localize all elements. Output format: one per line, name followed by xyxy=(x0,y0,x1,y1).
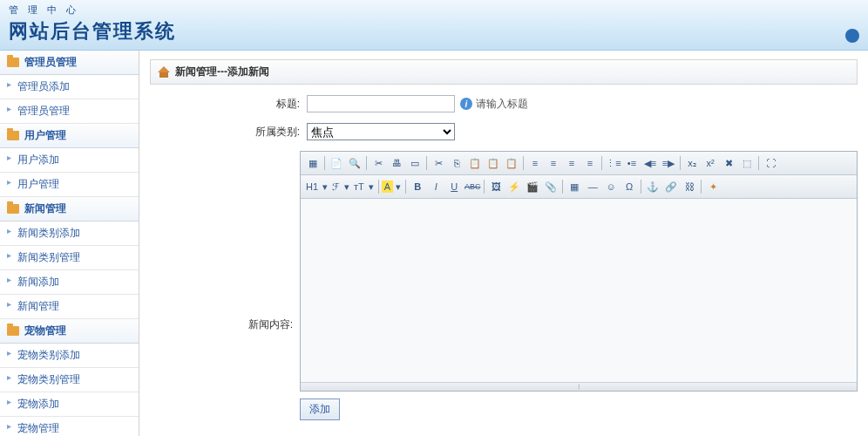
list-ol-icon[interactable]: ⋮≡ xyxy=(605,154,622,172)
select-all-icon[interactable]: ⬚ xyxy=(738,154,756,172)
anchor-icon[interactable]: ⚓ xyxy=(644,178,661,195)
sidebar-item[interactable]: 宠物类别添加 xyxy=(0,344,139,368)
flash-icon[interactable]: ⚡ xyxy=(505,178,523,195)
align-center-icon[interactable]: ≡ xyxy=(545,154,562,172)
title-label: 标题: xyxy=(150,97,307,112)
textcolor-dd-icon[interactable]: ▾ xyxy=(394,178,403,195)
media-icon[interactable]: 🎬 xyxy=(524,178,541,195)
hr-icon[interactable]: — xyxy=(584,178,601,195)
template-icon[interactable]: ▭ xyxy=(406,154,424,172)
breadcrumb-text: 新闻管理---添加新闻 xyxy=(175,65,269,79)
heading-dd-icon[interactable]: ▾ xyxy=(321,178,329,195)
sidebar-group[interactable]: 管理员管理 xyxy=(0,51,139,75)
title-input[interactable] xyxy=(307,95,455,112)
new-icon[interactable]: 📄 xyxy=(328,154,345,172)
sidebar-item[interactable]: 新闻管理 xyxy=(0,295,139,319)
align-justify-icon[interactable]: ≡ xyxy=(581,154,599,172)
category-label: 所属类别: xyxy=(150,125,307,140)
smiley-icon[interactable]: ☺ xyxy=(602,178,620,195)
special-icon[interactable]: Ω xyxy=(620,178,638,195)
paste-text-icon[interactable]: 📋 xyxy=(485,154,502,172)
title-hint: 请输入标题 xyxy=(476,97,528,112)
sup-icon[interactable]: x² xyxy=(702,154,719,172)
font-select[interactable]: ℱ xyxy=(330,181,342,193)
sidebar-item[interactable]: 新闻类别添加 xyxy=(0,221,139,246)
content-area: 新闻管理---添加新闻 标题: i 请输入标题 所属类别: 焦点 新闻内容: ▦… xyxy=(139,51,868,436)
folder-icon xyxy=(7,58,19,67)
user-icon[interactable] xyxy=(845,29,859,43)
heading-select[interactable]: H1 xyxy=(304,181,320,192)
editor-toolbar-row1: ▦ 📄 🔍 ✂ 🖶 ▭ ✂ ⎘ 📋 📋 📋 xyxy=(301,152,857,175)
folder-icon xyxy=(7,204,19,214)
content-label: 新闻内容: xyxy=(150,317,300,332)
paste-icon[interactable]: 📋 xyxy=(466,154,484,172)
sidebar-item[interactable]: 新闻类别管理 xyxy=(0,246,139,270)
sidebar-item[interactable]: 宠物管理 xyxy=(0,417,139,436)
about-icon[interactable]: ✦ xyxy=(704,178,722,195)
sidebar-item[interactable]: 用户管理 xyxy=(0,173,139,197)
app-title: 网站后台管理系统 xyxy=(9,18,859,44)
breadcrumb: 新闻管理---添加新闻 xyxy=(150,59,858,85)
indent-icon[interactable]: ≡▶ xyxy=(660,154,677,172)
sidebar-item[interactable]: 用户添加 xyxy=(0,148,139,173)
sidebar-group[interactable]: 用户管理 xyxy=(0,124,139,148)
outdent-icon[interactable]: ◀≡ xyxy=(641,154,659,172)
top-link[interactable]: 管 理 中 心 xyxy=(9,3,859,17)
content-row: 新闻内容: ▦ 📄 🔍 ✂ 🖶 ▭ ✂ ⎘ � xyxy=(150,151,858,420)
font-dd-icon[interactable]: ▾ xyxy=(342,178,351,195)
editor-toolbar-row2: H1▾ ℱ▾ тT▾ A▾ B I U ABC 🖼 ⚡ 🎬 xyxy=(301,175,857,199)
strike-button[interactable]: ABC xyxy=(464,178,481,195)
sidebar-item[interactable]: 管理员添加 xyxy=(0,75,139,99)
file-icon[interactable]: 📎 xyxy=(542,178,559,195)
rich-editor: ▦ 📄 🔍 ✂ 🖶 ▭ ✂ ⎘ 📋 📋 📋 xyxy=(300,151,858,392)
table-icon[interactable]: ▦ xyxy=(566,178,583,195)
resize-handle[interactable]: ⁞ xyxy=(301,382,857,391)
unlink-icon[interactable]: ⛓ xyxy=(681,178,698,195)
size-dd-icon[interactable]: ▾ xyxy=(367,178,376,195)
cut-icon[interactable]: ✂ xyxy=(370,154,387,172)
main-layout: 管理员管理管理员添加管理员管理用户管理用户添加用户管理新闻管理新闻类别添加新闻类… xyxy=(0,51,868,436)
category-row: 所属类别: 焦点 xyxy=(150,123,858,140)
italic-button[interactable]: I xyxy=(427,178,444,195)
submit-button[interactable]: 添加 xyxy=(300,399,340,420)
sidebar-item[interactable]: 宠物类别管理 xyxy=(0,368,139,392)
category-select[interactable]: 焦点 xyxy=(307,123,455,140)
clear-icon[interactable]: ✖ xyxy=(720,154,737,172)
underline-button[interactable]: U xyxy=(445,178,463,195)
bold-button[interactable]: B xyxy=(409,178,426,195)
group-label: 用户管理 xyxy=(24,128,66,143)
align-left-icon[interactable]: ≡ xyxy=(526,154,544,172)
group-label: 管理员管理 xyxy=(24,55,77,70)
title-row: 标题: i 请输入标题 xyxy=(150,95,858,112)
copy-icon[interactable]: ⎘ xyxy=(448,154,465,172)
sidebar-item[interactable]: 宠物添加 xyxy=(0,392,139,417)
cut2-icon[interactable]: ✂ xyxy=(430,154,447,172)
link-icon[interactable]: 🔗 xyxy=(662,178,680,195)
info-icon: i xyxy=(460,98,472,110)
source-icon[interactable]: ▦ xyxy=(304,154,322,172)
folder-icon xyxy=(7,326,19,336)
print-icon[interactable]: 🖶 xyxy=(388,154,405,172)
group-label: 宠物管理 xyxy=(24,324,66,338)
paste-word-icon[interactable]: 📋 xyxy=(503,154,520,172)
preview-icon[interactable]: 🔍 xyxy=(346,154,363,172)
size-select[interactable]: тT xyxy=(352,181,366,192)
image-icon[interactable]: 🖼 xyxy=(487,178,505,195)
group-label: 新闻管理 xyxy=(24,201,66,216)
sidebar-group[interactable]: 宠物管理 xyxy=(0,319,139,344)
list-ul-icon[interactable]: •≡ xyxy=(623,154,641,172)
sidebar-item[interactable]: 管理员管理 xyxy=(0,99,139,124)
sidebar-group[interactable]: 新闻管理 xyxy=(0,197,139,221)
align-right-icon[interactable]: ≡ xyxy=(563,154,580,172)
app-header: 管 理 中 心 网站后台管理系统 xyxy=(0,0,868,51)
home-icon xyxy=(158,67,170,78)
sub-icon[interactable]: x₂ xyxy=(683,154,701,172)
sidebar-item[interactable]: 新闻添加 xyxy=(0,270,139,295)
sidebar: 管理员管理管理员添加管理员管理用户管理用户添加用户管理新闻管理新闻类别添加新闻类… xyxy=(0,51,139,436)
textcolor-button[interactable]: A xyxy=(382,181,393,193)
folder-icon xyxy=(7,131,19,140)
fullscreen-icon[interactable]: ⛶ xyxy=(762,154,779,172)
editor-content[interactable] xyxy=(301,199,857,382)
